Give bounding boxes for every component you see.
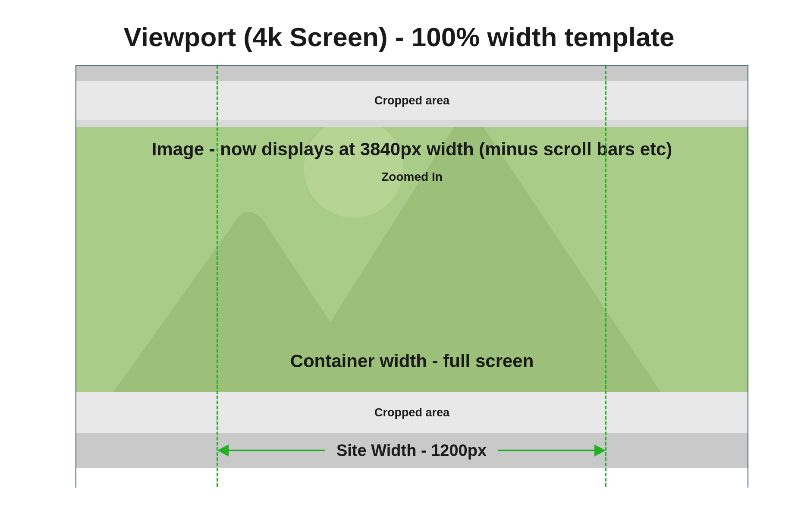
zoomed-in-label: Zoomed In bbox=[76, 170, 748, 184]
image-band: Image - now displays at 3840px width (mi… bbox=[76, 127, 748, 392]
site-width-indicator: Site Width - 1200px bbox=[218, 433, 605, 468]
band-top-dark bbox=[76, 66, 748, 81]
cropped-area-top-label: Cropped area bbox=[374, 94, 449, 107]
container-width-label: Container width - full screen bbox=[76, 351, 748, 371]
band-cropped-bottom: Cropped area bbox=[76, 392, 748, 433]
image-width-caption: Image - now displays at 3840px width (mi… bbox=[76, 139, 748, 160]
site-width-guide-left bbox=[217, 66, 218, 487]
diagram-title: Viewport (4k Screen) - 100% width templa… bbox=[0, 22, 798, 52]
band-cropped-top: Cropped area bbox=[76, 81, 748, 120]
diagram-root: Viewport (4k Screen) - 100% width templa… bbox=[0, 0, 798, 532]
viewport-frame: Cropped area Image - now displays at 384… bbox=[75, 65, 748, 488]
arrow-right-icon bbox=[498, 450, 605, 451]
band-site-width: Site Width - 1200px bbox=[76, 433, 748, 468]
band-top-thin bbox=[76, 120, 748, 127]
cropped-area-bottom-label: Cropped area bbox=[374, 406, 449, 419]
site-width-guide-right bbox=[605, 66, 606, 487]
site-width-label: Site Width - 1200px bbox=[325, 441, 498, 460]
arrow-left-icon bbox=[218, 450, 325, 451]
band-bottom-white bbox=[76, 468, 748, 488]
